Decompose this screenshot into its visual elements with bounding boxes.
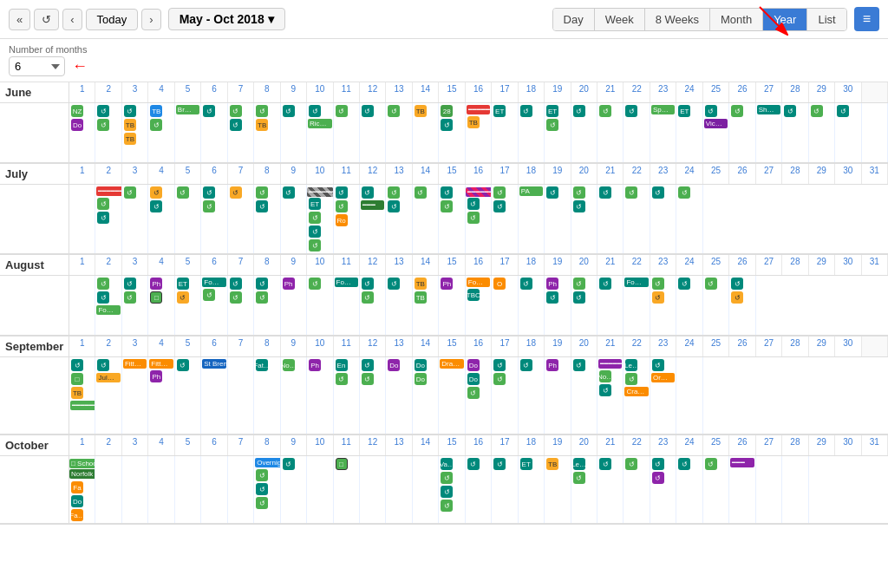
main-toolbar: « ↺ ‹ Today › May - Oct 2018 ▾ Day Week … xyxy=(0,0,888,39)
july-label: July xyxy=(0,164,69,184)
september-label: September xyxy=(0,336,69,356)
june-day-1-col[interactable]: NZ Do xyxy=(69,103,95,162)
view-week-button[interactable]: Week xyxy=(595,9,645,30)
june-section: June 1 2 3 4 5 6 7 8 9 10 11 12 13 14 15… xyxy=(0,82,888,164)
october-events: □ School Holidays Norfolk Island Theatre… xyxy=(0,456,888,525)
july-events: ━━━━━━━━━ ↺ ↺ ↺ ↺ ↺ ↺ ↺ ↺ xyxy=(0,185,888,255)
august-label: August xyxy=(0,255,69,275)
august-section: August 1 2 3 4 5 6 7 8 9 10 11 12 13 14 … xyxy=(0,255,888,336)
refresh-button[interactable]: ↺ xyxy=(34,9,59,30)
view-switcher: Day Week 8 Weeks Month Year List xyxy=(552,8,847,31)
arrow-indicator: ← xyxy=(72,57,88,75)
july-section: July 1 2 3 4 5 6 7 8 9 10 11 12 13 14 15… xyxy=(0,164,888,255)
october-section: October 1 2 3 4 5 6 7 8 9 10 11 12 13 14… xyxy=(0,435,888,525)
view-year-button[interactable]: Year xyxy=(763,9,807,30)
june-day-1: 1 xyxy=(69,82,95,102)
back-button[interactable]: ‹ xyxy=(62,9,82,30)
june-label: June xyxy=(0,82,69,102)
september-section: September 1 2 3 4 5 6 7 8 9 10 11 12 13 … xyxy=(0,336,888,435)
view-day-button[interactable]: Day xyxy=(553,9,595,30)
view-list-button[interactable]: List xyxy=(807,9,846,30)
sub-toolbar: Number of months 6 3 12 ← xyxy=(0,39,888,82)
menu-button[interactable]: ≡ xyxy=(854,7,879,31)
forward-button[interactable]: › xyxy=(141,9,160,30)
august-events: ↺ ↺ Fo… ↺ ↺ Ph □ ET ↺ Fo… ↺ xyxy=(0,276,888,336)
num-months-label: Number of months xyxy=(9,44,88,55)
september-events: ↺ □ TB ━━━━━━━ ↺ Jul… Fitt… Fitt… Ph ↺ xyxy=(0,357,888,435)
back-back-button[interactable]: « xyxy=(9,9,30,30)
view-month-button[interactable]: Month xyxy=(710,9,763,30)
june-events: NZ Do ↺ ↺ ↺ TB TB TB ↺ xyxy=(0,103,888,164)
calendar-container: June 1 2 3 4 5 6 7 8 9 10 11 12 13 14 15… xyxy=(0,82,888,588)
today-button[interactable]: Today xyxy=(86,9,139,30)
view-8weeks-button[interactable]: 8 Weeks xyxy=(645,9,710,30)
october-label: October xyxy=(0,435,69,455)
num-months-select[interactable]: 6 3 12 xyxy=(9,56,65,76)
date-range-button[interactable]: May - Oct 2018 ▾ xyxy=(168,8,285,30)
